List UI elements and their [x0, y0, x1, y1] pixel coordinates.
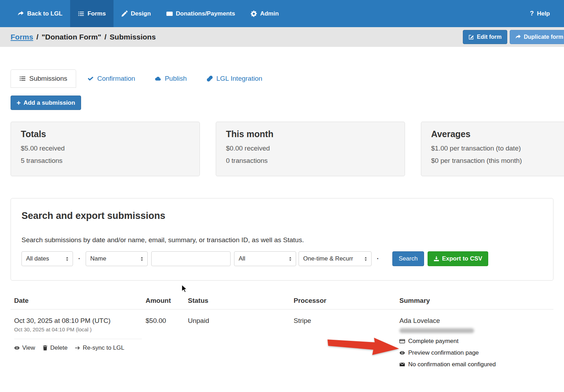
- summary-cell: Ada Lovelace Complete payment Preview co…: [399, 317, 553, 368]
- date-cell: Oct 30, 2025 at 08:10 PM (UTC) Oct 30, 2…: [11, 317, 146, 368]
- nav-admin[interactable]: Admin: [243, 0, 287, 27]
- complete-payment-label: Complete payment: [408, 338, 459, 345]
- date-filter-select[interactable]: All dates: [22, 251, 73, 266]
- stat-line: 5 transactions: [21, 154, 190, 167]
- nav-donations-label: Donations/Payments: [176, 10, 235, 17]
- caret-updown-icon: [288, 257, 293, 261]
- search-description: Search submissions by date and/or name, …: [22, 236, 542, 244]
- stat-line: 0 transactions: [226, 154, 395, 167]
- edit-square-icon: [468, 34, 474, 40]
- status-filter-select[interactable]: All: [234, 251, 296, 266]
- resync-link[interactable]: Re-sync to LGL: [75, 344, 124, 351]
- breadcrumb-separator: /: [104, 33, 106, 41]
- submissions-table: Date Amount Status Processor Summary Oct…: [11, 297, 553, 368]
- eye-icon: [399, 350, 405, 356]
- nav-back-label: Back to LGL: [27, 10, 62, 17]
- tab-lgl-integration-label: LGL Integration: [216, 75, 262, 82]
- edit-form-button[interactable]: Edit form: [463, 30, 507, 44]
- check-icon: [87, 75, 94, 82]
- cloud-icon: [155, 75, 161, 82]
- list-icon: [19, 75, 26, 82]
- nav-design-label: Design: [131, 10, 151, 17]
- header-actions: Edit form Duplicate form: [463, 30, 564, 44]
- no-confirmation-email-label: No confirmation email configured: [408, 361, 496, 368]
- delete-link[interactable]: Delete: [42, 344, 68, 351]
- caret-updown-icon: [140, 257, 144, 261]
- view-label: View: [22, 344, 35, 351]
- header-date: Date: [11, 297, 146, 305]
- summary-name: Ada Lovelace: [399, 317, 553, 325]
- header-summary: Summary: [399, 297, 553, 305]
- search-filters: All dates · Name All One-time & Recurr ·…: [22, 251, 542, 266]
- stat-title: This month: [226, 129, 395, 139]
- stat-title: Totals: [21, 129, 190, 139]
- gear-icon: [251, 11, 257, 17]
- nav-donations-payments[interactable]: Donations/Payments: [159, 0, 243, 27]
- type-filter-value: One-time & Recurr: [303, 255, 353, 262]
- tab-confirmation[interactable]: Confirmation: [79, 70, 144, 87]
- preview-confirmation-link[interactable]: Preview confirmation page: [399, 349, 553, 356]
- breadcrumb-form-name: "Donation Form": [42, 33, 101, 41]
- stat-card-totals: Totals $5.00 received 5 transactions: [11, 122, 200, 176]
- search-button[interactable]: Search: [392, 251, 424, 266]
- tab-submissions[interactable]: Submissions: [11, 69, 76, 88]
- complete-payment-link[interactable]: Complete payment: [399, 338, 553, 345]
- trash-icon: [42, 345, 48, 351]
- caret-updown-icon: [363, 257, 368, 261]
- nav-help[interactable]: ? Help: [522, 0, 558, 27]
- breadcrumb-bar: Forms / "Donation Form" / Submissions Ed…: [0, 27, 564, 47]
- stat-line: $5.00 received: [21, 142, 190, 154]
- view-link[interactable]: View: [14, 344, 35, 351]
- duplicate-form-button[interactable]: Duplicate form: [510, 30, 564, 44]
- tab-publish[interactable]: Publish: [146, 70, 195, 87]
- search-query-input[interactable]: [151, 251, 231, 266]
- field-filter-value: Name: [90, 255, 106, 262]
- amount-cell: $50.00: [146, 317, 188, 368]
- share-arrow-icon: [18, 11, 24, 17]
- nav-help-label: Help: [537, 10, 550, 17]
- export-csv-button[interactable]: Export to CSV: [428, 251, 488, 266]
- nav-back-to-lgl[interactable]: Back to LGL: [10, 0, 70, 27]
- type-filter-select[interactable]: One-time & Recurr: [299, 251, 372, 266]
- nav-forms-label: Forms: [87, 10, 106, 17]
- table-header-row: Date Amount Status Processor Summary: [11, 297, 553, 310]
- breadcrumb-separator: /: [36, 33, 38, 41]
- export-csv-label: Export to CSV: [442, 255, 482, 262]
- link-icon: [207, 75, 213, 82]
- no-confirmation-email-note: No confirmation email configured: [399, 361, 553, 368]
- preview-confirmation-label: Preview confirmation page: [408, 349, 479, 356]
- nav-admin-label: Admin: [260, 10, 279, 17]
- envelope-icon: [399, 362, 405, 367]
- stat-line: $1.00 per transaction (to date): [431, 142, 564, 154]
- redacted-email: [399, 328, 474, 333]
- plus-icon: +: [17, 99, 21, 106]
- share-arrow-icon: [515, 34, 521, 40]
- caret-updown-icon: [65, 257, 69, 261]
- credit-card-icon: [399, 338, 405, 344]
- stat-title: Averages: [431, 129, 564, 139]
- edit-form-label: Edit form: [477, 34, 502, 40]
- delete-label: Delete: [50, 344, 68, 351]
- header-status: Status: [188, 297, 294, 305]
- tab-lgl-integration[interactable]: LGL Integration: [198, 70, 271, 87]
- tab-confirmation-label: Confirmation: [97, 75, 135, 82]
- nav-design[interactable]: Design: [114, 0, 159, 27]
- nav-forms[interactable]: Forms: [70, 0, 114, 27]
- search-button-label: Search: [399, 255, 418, 262]
- date-utc: Oct 30, 2025 at 08:10 PM (UTC): [14, 317, 146, 325]
- tab-bar: Submissions Confirmation Publish LGL Int…: [11, 69, 553, 88]
- breadcrumb-current: Submissions: [110, 33, 156, 41]
- stat-card-this-month: This month $0.00 received 0 transactions: [216, 122, 405, 176]
- row-actions: View Delete Re-sync to LGL: [14, 339, 142, 351]
- tab-submissions-label: Submissions: [29, 75, 67, 82]
- add-submission-button[interactable]: + Add a submission: [11, 96, 81, 110]
- status-filter-value: All: [239, 255, 245, 262]
- table-row: Oct 30, 2025 at 08:10 PM (UTC) Oct 30, 2…: [11, 310, 553, 368]
- stat-line: $0.00 received: [226, 142, 395, 154]
- field-filter-select[interactable]: Name: [86, 251, 148, 266]
- main-content: Submissions Confirmation Publish LGL Int…: [0, 69, 564, 368]
- breadcrumb: Forms / "Donation Form" / Submissions: [11, 33, 156, 41]
- question-icon: ?: [530, 10, 534, 17]
- duplicate-form-label: Duplicate form: [524, 34, 563, 40]
- breadcrumb-forms-link[interactable]: Forms: [11, 33, 33, 41]
